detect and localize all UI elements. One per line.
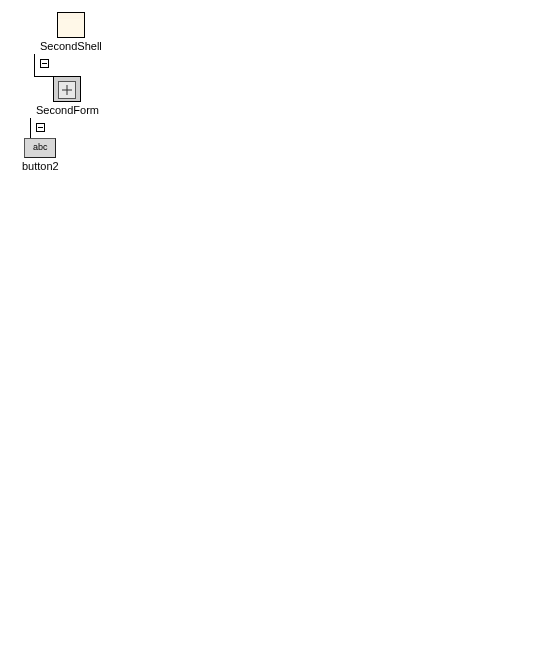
tree-node-label: button2 [22, 160, 59, 172]
tree-expander[interactable] [40, 59, 49, 68]
tree-connector [34, 54, 35, 76]
window-icon [57, 12, 85, 38]
outline-tree-canvas: SecondShell SecondForm abc button2 [0, 0, 549, 650]
tree-node-label: SecondShell [40, 40, 102, 52]
tree-node-secondform[interactable]: SecondForm [36, 76, 99, 116]
tree-node-secondshell[interactable]: SecondShell [40, 12, 102, 52]
tree-node-label: SecondForm [36, 104, 99, 116]
tree-node-button2[interactable]: abc button2 [22, 138, 59, 172]
form-icon [53, 76, 81, 102]
button-icon: abc [24, 138, 56, 158]
tree-expander[interactable] [36, 123, 45, 132]
